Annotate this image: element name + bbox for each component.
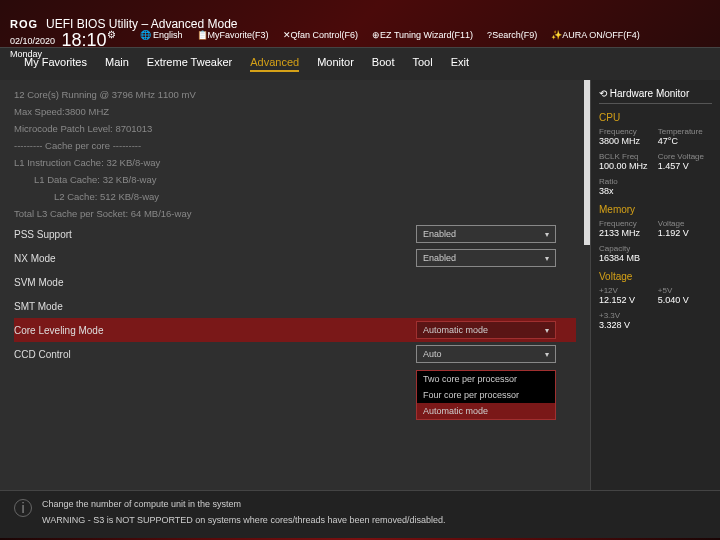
info-cachehdr: --------- Cache per core ---------: [14, 137, 576, 154]
date: 02/10/2020: [10, 36, 55, 46]
content-area: 12 Core(s) Running @ 3796 MHz 1100 mV Ma…: [0, 80, 590, 490]
info-maxspeed: Max Speed:3800 MHZ: [14, 103, 576, 120]
dropdown-pss[interactable]: Enabled▾: [416, 225, 556, 243]
chevron-down-icon: ▾: [545, 350, 549, 359]
hw-volt-title: Voltage: [599, 271, 712, 282]
chevron-down-icon: ▾: [545, 326, 549, 335]
language-button[interactable]: English: [140, 30, 183, 40]
gear-icon[interactable]: ⚙: [107, 29, 116, 40]
hw-mem-title: Memory: [599, 204, 712, 215]
dropdown-ccd[interactable]: Auto▾: [416, 345, 556, 363]
myfavorite-button[interactable]: 📋MyFavorite(F3): [197, 30, 269, 40]
day: Monday: [10, 49, 42, 59]
hw-cpu-title: CPU: [599, 112, 712, 123]
option-two-core[interactable]: Two core per processor: [417, 371, 555, 387]
datetime: 02/10/2020 18:10⚙ Monday: [10, 28, 116, 59]
chevron-down-icon: ▾: [545, 230, 549, 239]
tab-tool[interactable]: Tool: [412, 56, 432, 72]
info-cores: 12 Core(s) Running @ 3796 MHz 1100 mV: [14, 86, 576, 103]
setting-ccd[interactable]: CCD Control Auto▾: [14, 342, 576, 366]
tab-boot[interactable]: Boot: [372, 56, 395, 72]
tab-exit[interactable]: Exit: [451, 56, 469, 72]
hardware-monitor: Hardware Monitor CPU Frequency3800 MHzTe…: [590, 80, 720, 490]
chevron-down-icon: ▾: [545, 254, 549, 263]
info-l1i: L1 Instruction Cache: 32 KB/8-way: [14, 154, 576, 171]
tab-extremetweaker[interactable]: Extreme Tweaker: [147, 56, 232, 72]
info-l2: L2 Cache: 512 KB/8-way: [14, 188, 576, 205]
tab-monitor[interactable]: Monitor: [317, 56, 354, 72]
aura-button[interactable]: ✨AURA ON/OFF(F4): [551, 30, 640, 40]
setting-pss[interactable]: PSS Support Enabled▾: [14, 222, 576, 246]
help-line1: Change the number of compute unit in the…: [42, 499, 446, 509]
option-automatic[interactable]: Automatic mode: [417, 403, 555, 419]
help-box: i Change the number of compute unit in t…: [0, 490, 720, 538]
qfan-button[interactable]: ✕Qfan Control(F6): [283, 30, 359, 40]
info-icon: i: [14, 499, 32, 517]
setting-core-leveling[interactable]: Core Leveling Mode Automatic mode▾: [14, 318, 576, 342]
help-line2: WARNING - S3 is NOT SUPPORTED on systems…: [42, 515, 446, 525]
dropdown-nx[interactable]: Enabled▾: [416, 249, 556, 267]
topbar: English 📋MyFavorite(F3) ✕Qfan Control(F6…: [140, 30, 640, 40]
eztuning-button[interactable]: ⊕EZ Tuning Wizard(F11): [372, 30, 473, 40]
search-button[interactable]: ?Search(F9): [487, 30, 537, 40]
hw-title: Hardware Monitor: [599, 88, 712, 104]
clock[interactable]: 18:10: [62, 30, 107, 50]
dropdown-core-leveling[interactable]: Automatic mode▾: [416, 321, 556, 339]
setting-smt[interactable]: SMT Mode: [14, 294, 576, 318]
info-l1d: L1 Data Cache: 32 KB/8-way: [14, 171, 576, 188]
tab-advanced[interactable]: Advanced: [250, 56, 299, 72]
info-l3: Total L3 Cache per Socket: 64 MB/16-way: [14, 205, 576, 222]
setting-svm[interactable]: SVM Mode: [14, 270, 576, 294]
info-microcode: Microcode Patch Level: 8701013: [14, 120, 576, 137]
setting-nx[interactable]: NX Mode Enabled▾: [14, 246, 576, 270]
option-four-core[interactable]: Four core per processor: [417, 387, 555, 403]
scrollbar[interactable]: [584, 80, 590, 245]
dropdown-options-list: Two core per processor Four core per pro…: [416, 370, 556, 420]
